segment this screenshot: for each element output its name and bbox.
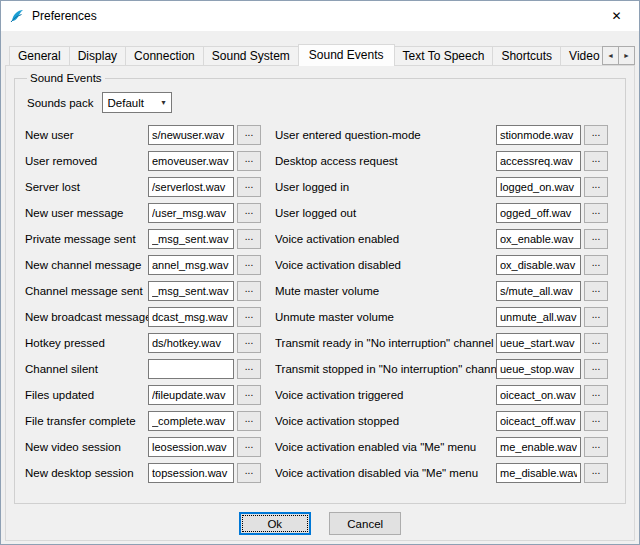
browse-button[interactable]: ... <box>584 437 608 457</box>
sound-file-input[interactable] <box>496 307 581 327</box>
sound-events-columns: New user ... User removed ... Server los… <box>25 125 617 489</box>
app-icon <box>9 8 25 24</box>
sound-event-label: Voice activation triggered <box>275 389 496 401</box>
sound-file-input[interactable] <box>496 333 581 353</box>
sound-file-input[interactable] <box>496 229 581 249</box>
browse-button[interactable]: ... <box>584 229 608 249</box>
sound-file-input[interactable] <box>148 307 234 327</box>
tab-sound-system[interactable]: Sound System <box>203 46 299 65</box>
sound-event-label: Voice activation enabled <box>275 233 496 245</box>
browse-button[interactable]: ... <box>237 411 261 431</box>
sound-file-input[interactable] <box>496 411 581 431</box>
sound-event-row: User removed ... <box>25 151 275 171</box>
sound-file-input[interactable] <box>148 463 234 483</box>
sound-file-input[interactable] <box>496 281 581 301</box>
sound-file-input[interactable] <box>496 151 581 171</box>
browse-button[interactable]: ... <box>584 463 608 483</box>
browse-button[interactable]: ... <box>584 125 608 145</box>
browse-button[interactable]: ... <box>584 203 608 223</box>
sound-file-input[interactable] <box>148 177 234 197</box>
browse-button[interactable]: ... <box>237 281 261 301</box>
browse-button[interactable]: ... <box>237 385 261 405</box>
sound-event-label: Files updated <box>25 389 148 401</box>
sound-file-input[interactable] <box>148 411 234 431</box>
sound-event-row: Server lost ... <box>25 177 275 197</box>
sound-file-input[interactable] <box>148 437 234 457</box>
browse-button[interactable]: ... <box>237 463 261 483</box>
sound-event-row: Desktop access request ... <box>275 151 617 171</box>
browse-button[interactable]: ... <box>237 203 261 223</box>
sound-event-row: Voice activation enabled via "Me" menu .… <box>275 437 617 457</box>
sound-event-label: Voice activation disabled <box>275 259 496 271</box>
ok-button[interactable]: Ok <box>239 512 311 535</box>
tab-display[interactable]: Display <box>69 46 126 65</box>
sound-event-row: Channel silent ... <box>25 359 275 379</box>
sound-file-input[interactable] <box>496 359 581 379</box>
close-button[interactable]: ✕ <box>594 1 639 31</box>
sound-event-row: New video session ... <box>25 437 275 457</box>
sound-event-row: File transfer complete ... <box>25 411 275 431</box>
tab-scroll-left-button[interactable]: ◄ <box>602 46 619 65</box>
tab-scroll-right-button[interactable]: ► <box>618 46 635 65</box>
sound-file-input[interactable] <box>148 385 234 405</box>
sound-event-row: Voice activation triggered ... <box>275 385 617 405</box>
browse-button[interactable]: ... <box>237 333 261 353</box>
tab-shortcuts[interactable]: Shortcuts <box>492 46 561 65</box>
browse-button[interactable]: ... <box>237 307 261 327</box>
tab-text-to-speech[interactable]: Text To Speech <box>394 46 494 65</box>
browse-button[interactable]: ... <box>584 151 608 171</box>
browse-button[interactable]: ... <box>237 437 261 457</box>
sound-event-row: Files updated ... <box>25 385 275 405</box>
browse-button[interactable]: ... <box>584 255 608 275</box>
browse-button[interactable]: ... <box>584 411 608 431</box>
sound-file-input[interactable] <box>148 359 234 379</box>
sound-file-input[interactable] <box>496 463 581 483</box>
sound-file-input[interactable] <box>496 437 581 457</box>
sound-event-label: Private message sent <box>25 233 148 245</box>
browse-button[interactable]: ... <box>584 281 608 301</box>
tab-scrollers: ◄ ► <box>602 46 635 65</box>
sound-event-label: File transfer complete <box>25 415 148 427</box>
sound-event-label: Voice activation stopped <box>275 415 496 427</box>
sound-event-label: Voice activation disabled via "Me" menu <box>275 467 496 479</box>
sound-event-row: Hotkey pressed ... <box>25 333 275 353</box>
browse-button[interactable]: ... <box>237 125 261 145</box>
browse-button[interactable]: ... <box>237 255 261 275</box>
sound-file-input[interactable] <box>148 151 234 171</box>
sound-file-input[interactable] <box>148 281 234 301</box>
sound-file-input[interactable] <box>496 203 581 223</box>
sound-file-input[interactable] <box>496 255 581 275</box>
sound-file-input[interactable] <box>496 385 581 405</box>
sounds-pack-select[interactable]: Default ▾ <box>102 92 172 113</box>
sound-file-input[interactable] <box>148 203 234 223</box>
tab-sound-events[interactable]: Sound Events <box>298 44 395 66</box>
sound-event-row: Private message sent ... <box>25 229 275 249</box>
browse-button[interactable]: ... <box>584 333 608 353</box>
sound-events-group: Sound Events Sounds pack Default ▾ New u… <box>14 72 626 504</box>
browse-button[interactable]: ... <box>584 177 608 197</box>
browse-button[interactable]: ... <box>237 177 261 197</box>
sound-file-input[interactable] <box>148 229 234 249</box>
sound-file-input[interactable] <box>496 125 581 145</box>
browse-button[interactable]: ... <box>237 229 261 249</box>
tab-general[interactable]: General <box>9 46 70 65</box>
sound-file-input[interactable] <box>148 125 234 145</box>
events-column-left: New user ... User removed ... Server los… <box>25 125 275 489</box>
sound-file-input[interactable] <box>148 255 234 275</box>
browse-button[interactable]: ... <box>584 359 608 379</box>
sound-event-row: New user message ... <box>25 203 275 223</box>
chevron-down-icon: ▾ <box>161 98 170 107</box>
cancel-button[interactable]: Cancel <box>329 512 401 535</box>
sound-event-label: Mute master volume <box>275 285 496 297</box>
sound-file-input[interactable] <box>148 333 234 353</box>
browse-button[interactable]: ... <box>237 359 261 379</box>
sound-file-input[interactable] <box>496 177 581 197</box>
sound-event-label: New desktop session <box>25 467 148 479</box>
browse-button[interactable]: ... <box>584 307 608 327</box>
browse-button[interactable]: ... <box>237 151 261 171</box>
browse-button[interactable]: ... <box>584 385 608 405</box>
sound-event-label: New user message <box>25 207 148 219</box>
sound-event-row: Voice activation enabled ... <box>275 229 617 249</box>
tab-connection[interactable]: Connection <box>125 46 204 65</box>
sound-event-row: Voice activation stopped ... <box>275 411 617 431</box>
